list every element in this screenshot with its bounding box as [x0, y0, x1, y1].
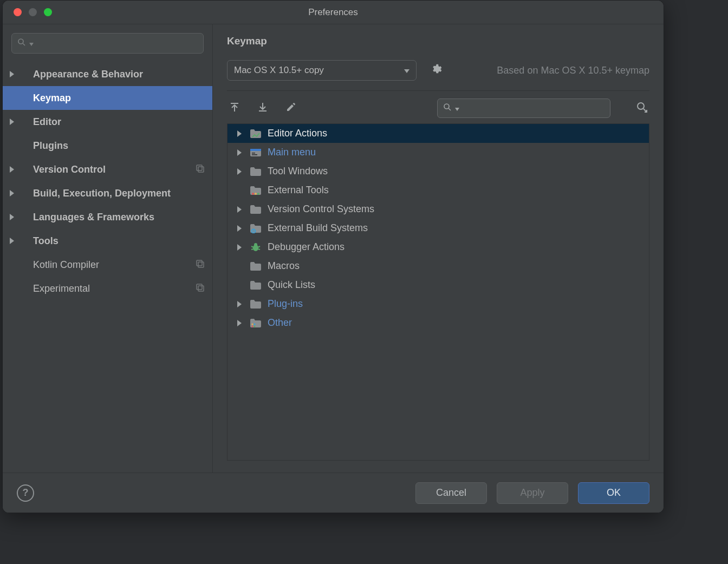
chevron-right-icon — [235, 168, 244, 175]
folder-icon — [249, 298, 262, 310]
chevron-down-icon — [455, 103, 459, 113]
tree-item-label: External Tools — [268, 185, 329, 196]
sidebar-item-label: Languages & Frameworks — [33, 212, 205, 223]
svg-point-0 — [18, 39, 23, 44]
svg-point-31 — [251, 325, 253, 327]
tree-item-quick-lists[interactable]: Quick Lists — [227, 276, 649, 294]
pencil-icon — [286, 102, 296, 114]
svg-line-13 — [448, 108, 451, 110]
action-search[interactable] — [437, 99, 610, 118]
search-icon — [443, 103, 452, 114]
bug-icon — [249, 241, 262, 253]
find-by-shortcut-button[interactable] — [634, 101, 649, 116]
collapse-all-icon — [257, 102, 268, 115]
tree-item-label: Tool Windows — [268, 166, 328, 177]
folder-gear-icon — [249, 222, 262, 234]
tree-item-macros[interactable]: Macros — [227, 257, 649, 276]
sidebar-item-appearance-behavior[interactable]: Appearance & Behavior — [3, 62, 212, 86]
folder-icon — [249, 260, 262, 272]
tree-item-editor-actions[interactable]: Editor Actions — [227, 124, 649, 143]
based-on-label: Based on Mac OS X 10.5+ keymap — [497, 65, 649, 76]
help-button[interactable]: ? — [17, 484, 34, 502]
sidebar-item-build-execution-deployment[interactable]: Build, Execution, Deployment — [3, 181, 212, 205]
ok-button[interactable]: OK — [578, 482, 649, 504]
main-panel: Keymap Mac OS X 10.5+ copy Based on Mac … — [213, 24, 664, 473]
chevron-right-icon — [3, 190, 21, 196]
cancel-button[interactable]: Cancel — [415, 482, 487, 504]
keymap-scheme-actions-button[interactable] — [428, 63, 444, 78]
folder-icon — [249, 279, 262, 291]
svg-line-28 — [258, 246, 260, 247]
sidebar-item-tools[interactable]: Tools — [3, 229, 212, 253]
svg-line-30 — [258, 249, 260, 250]
action-search-input[interactable] — [463, 103, 604, 113]
svg-point-32 — [253, 325, 255, 327]
sidebar-item-kotlin-compiler[interactable]: Kotlin Compiler — [3, 253, 212, 277]
sidebar-item-label: Keymap — [33, 93, 205, 104]
cancel-label: Cancel — [436, 487, 466, 499]
chevron-right-icon — [3, 238, 21, 244]
chevron-down-icon — [29, 38, 34, 48]
tree-item-tool-windows[interactable]: Tool Windows — [227, 162, 649, 181]
reset-icon — [195, 283, 205, 295]
sidebar-item-label: Kotlin Compiler — [33, 259, 195, 271]
tree-item-label: Debugger Actions — [268, 241, 344, 253]
reset-icon — [195, 259, 205, 271]
tree-item-label: Main menu — [268, 147, 316, 158]
keymap-scheme-dropdown[interactable]: Mac OS X 10.5+ copy — [227, 60, 417, 81]
window-title: Preferences — [3, 7, 664, 18]
ok-label: OK — [607, 487, 621, 499]
sidebar-item-keymap[interactable]: Keymap — [3, 86, 212, 110]
tree-item-other[interactable]: Other — [227, 313, 649, 332]
sidebar-search-input[interactable] — [37, 38, 198, 48]
svg-rect-19 — [252, 154, 257, 155]
keymap-top-bar: Mac OS X 10.5+ copy Based on Mac OS X 10… — [213, 50, 664, 88]
sidebar-item-label: Experimental — [33, 283, 195, 294]
chevron-right-icon — [3, 119, 21, 125]
section-title: Keymap — [213, 24, 664, 50]
sidebar-item-editor[interactable]: Editor — [3, 110, 212, 134]
collapse-all-button[interactable] — [255, 101, 270, 116]
body: Appearance & BehaviorKeymapEditorPlugins… — [3, 24, 664, 473]
tree-item-version-control-systems[interactable]: Version Control Systems — [227, 200, 649, 219]
sidebar-item-languages-frameworks[interactable]: Languages & Frameworks — [3, 205, 212, 229]
help-icon: ? — [23, 487, 29, 499]
sidebar-item-label: Version Control — [33, 164, 195, 175]
edit-shortcut-button[interactable] — [283, 101, 298, 116]
chevron-right-icon — [235, 244, 244, 251]
apply-button[interactable]: Apply — [497, 482, 568, 504]
keymap-tree[interactable]: Editor ActionsMain menuTool WindowsExter… — [227, 123, 649, 461]
tree-item-label: Version Control Systems — [268, 204, 374, 215]
svg-rect-2 — [197, 165, 202, 170]
svg-point-14 — [638, 103, 644, 109]
sidebar-item-plugins[interactable]: Plugins — [3, 134, 212, 158]
svg-line-1 — [23, 43, 25, 45]
chevron-down-icon — [404, 65, 410, 76]
tree-item-label: Editor Actions — [268, 128, 327, 139]
tree-item-external-build-systems[interactable]: External Build Systems — [227, 219, 649, 238]
svg-point-21 — [255, 193, 257, 195]
sidebar-item-label: Editor — [33, 116, 205, 128]
find-shortcut-icon — [636, 101, 648, 115]
sidebar-nav: Appearance & BehaviorKeymapEditorPlugins… — [3, 59, 212, 304]
expand-all-button[interactable] — [227, 101, 242, 116]
sidebar-item-version-control[interactable]: Version Control — [3, 158, 212, 181]
tree-toolbar — [213, 91, 664, 123]
tree-item-label: External Build Systems — [268, 222, 368, 234]
tree-item-debugger-actions[interactable]: Debugger Actions — [227, 238, 649, 257]
chevron-right-icon — [235, 225, 244, 232]
expand-all-icon — [229, 102, 240, 115]
tree-item-plug-ins[interactable]: Plug-ins — [227, 294, 649, 313]
tree-item-external-tools[interactable]: External Tools — [227, 181, 649, 200]
sidebar-item-experimental[interactable]: Experimental — [3, 277, 212, 300]
svg-point-20 — [252, 193, 254, 195]
sidebar-search[interactable] — [11, 33, 204, 54]
tree-item-label: Other — [268, 317, 292, 329]
chevron-right-icon — [3, 71, 21, 77]
svg-rect-6 — [197, 284, 202, 290]
svg-rect-5 — [198, 262, 204, 267]
chevron-right-icon — [235, 320, 244, 326]
tree-item-label: Quick Lists — [268, 279, 315, 291]
sidebar: Appearance & BehaviorKeymapEditorPlugins… — [3, 24, 213, 473]
tree-item-main-menu[interactable]: Main menu — [227, 143, 649, 162]
